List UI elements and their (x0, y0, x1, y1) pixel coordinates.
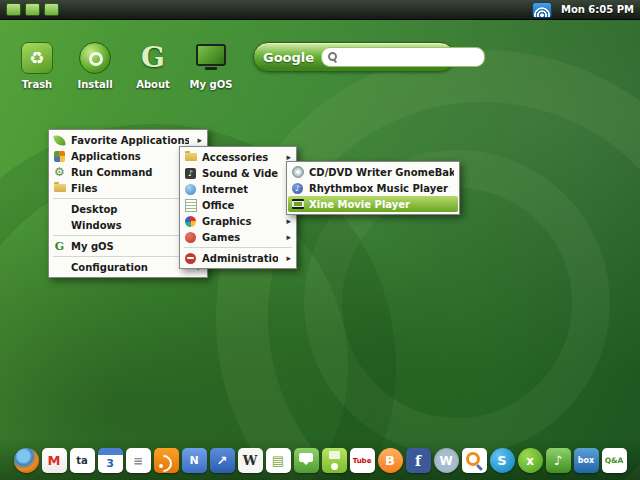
dock-icon-google-calendar[interactable]: 3 (98, 448, 123, 473)
speaker-icon (185, 168, 196, 179)
dock-icon-glyph: f (415, 453, 421, 469)
dock-icon-glyph: B (385, 453, 395, 468)
menu-item-label: Accessories (202, 152, 278, 163)
dock-icon-media-player[interactable] (322, 448, 347, 473)
game-icon (185, 232, 196, 243)
dock-icon-google-notebook[interactable]: ▤ (266, 448, 291, 473)
desktop-icon-mygos[interactable]: My gOS (182, 42, 240, 90)
search-icon (328, 52, 338, 62)
menu-item-label: Administration (202, 253, 278, 264)
menu-item-graphics[interactable]: Graphics (181, 213, 295, 229)
dock-icon-glyph: M (48, 453, 61, 468)
dock-icon-google-search[interactable] (462, 448, 487, 473)
wifi-network-icon[interactable] (532, 2, 552, 18)
menu-item-accessories[interactable]: Accessories (181, 149, 295, 165)
sound-video-submenu: CD/DVD Writer GnomeBaker Rhythmbox Music… (286, 161, 460, 215)
gear-icon (53, 166, 66, 179)
palette-icon (185, 216, 196, 227)
dock-icon-wordpress[interactable]: W (434, 448, 459, 473)
dock-icon-xine[interactable]: x (518, 448, 543, 473)
dock-icon-glyph: Q&A (605, 456, 624, 465)
dock-icon-google-news[interactable]: N (182, 448, 207, 473)
dock-icon-google-talk[interactable] (294, 448, 319, 473)
dock-icon-google-finance[interactable]: ↗ (210, 448, 235, 473)
menu-item-rhythmbox[interactable]: Rhythmbox Music Player (288, 180, 458, 196)
dock-icon-glyph: ≡ (133, 454, 143, 468)
workspace-button-1[interactable] (6, 3, 21, 16)
desktop-icon-row: Trash Install G About My gOS (8, 42, 240, 90)
menu-item-office[interactable]: Office (181, 197, 295, 213)
top-panel: Mon 6:05 PM (0, 0, 640, 20)
menu-item-label: Graphics (202, 216, 278, 227)
menu-item-label: Applications (71, 151, 189, 162)
icon-label: Trash (22, 79, 52, 90)
trash-icon (21, 42, 53, 74)
empty-icon-slot (53, 203, 66, 216)
menu-item-sound-video[interactable]: Sound & Video (181, 165, 295, 181)
document-icon (185, 199, 197, 212)
menu-separator (184, 247, 292, 248)
applications-submenu: Accessories Sound & Video Internet Offic… (179, 146, 297, 269)
dock-icon-rhythmbox[interactable]: ♪ (546, 448, 571, 473)
dock-icon-google-docs[interactable]: ≡ (126, 448, 151, 473)
dock-icon-glyph: ▤ (272, 453, 284, 468)
menu-item-label: Configuration (71, 262, 189, 273)
submenu-arrow-icon (283, 253, 291, 263)
dock-icon-facebook[interactable]: f (406, 448, 431, 473)
dock-icon-wikipedia[interactable]: W (238, 448, 263, 473)
menu-item-label: CD/DVD Writer GnomeBaker (309, 167, 454, 178)
dock-icon-box-net[interactable]: box (574, 448, 599, 473)
search-input[interactable] (342, 51, 478, 64)
submenu-arrow-icon (283, 216, 291, 226)
google-logo: Google (263, 50, 314, 65)
menu-item-label: Games (202, 232, 278, 243)
menu-item-internet[interactable]: Internet (181, 181, 295, 197)
dock-icon-rss-reader[interactable] (154, 448, 179, 473)
menu-item-label: Internet (202, 184, 278, 195)
dock-icon-glyph: ↗ (217, 453, 228, 468)
dock-icon-glyph: Tube (353, 457, 372, 465)
desktop: Mon 6:05 PM Trash Install G About My gOS… (0, 0, 640, 480)
dock-icon-youtube[interactable]: Tube (350, 448, 375, 473)
dock-icon-glyph: W (439, 454, 452, 468)
menu-item-label: Desktop (71, 204, 189, 215)
folder-icon (54, 184, 66, 192)
menu-item-games[interactable]: Games (181, 229, 295, 245)
workspace-button-2[interactable] (25, 3, 40, 16)
submenu-arrow-icon (194, 135, 202, 145)
dock-icon-meebo[interactable]: ta (70, 448, 95, 473)
gos-leaf-icon (53, 134, 65, 146)
menu-item-label: Xine Movie Player (309, 199, 454, 210)
workspace-button-3[interactable] (44, 3, 59, 16)
music-note-icon (292, 183, 303, 194)
dock-icon-firefox[interactable] (14, 448, 39, 473)
menu-item-label: Favorite Applications (71, 135, 189, 146)
dock-icon-gmail[interactable]: M (42, 448, 67, 473)
dock-icon-blogger[interactable]: B (378, 448, 403, 473)
dock-icon-glyph: 3 (106, 457, 114, 470)
clock[interactable]: Mon 6:05 PM (561, 4, 634, 15)
desktop-icon-about[interactable]: G About (124, 42, 182, 90)
menu-item-gnomebaker[interactable]: CD/DVD Writer GnomeBaker (288, 164, 458, 180)
gos-g-icon (53, 240, 66, 253)
dock-icon-glyph: ta (76, 455, 88, 466)
dock-icon-glyph: N (189, 454, 198, 467)
desktop-icon-trash[interactable]: Trash (8, 42, 66, 90)
applications-grid-icon (54, 151, 65, 162)
dock-icon-faqly-qa[interactable]: Q&A (602, 448, 627, 473)
dock-icon-skype[interactable]: S (490, 448, 515, 473)
search-box (321, 47, 485, 67)
monitor-icon (196, 43, 226, 73)
menu-item-administration[interactable]: Administration (181, 250, 295, 266)
menu-item-label: Sound & Video (202, 168, 278, 179)
dock-icon-glyph: W (243, 453, 258, 468)
desktop-icon-install[interactable]: Install (66, 42, 124, 90)
globe-icon (185, 184, 196, 195)
menu-item-label: Rhythmbox Music Player (309, 183, 454, 194)
dock-icon-glyph: x (526, 454, 534, 468)
empty-icon-slot (53, 219, 66, 232)
icon-label: Install (77, 79, 112, 90)
menu-item-xine-selected[interactable]: Xine Movie Player (288, 196, 458, 212)
menu-item-label: Office (202, 200, 278, 211)
dock-icon-glyph: S (497, 453, 506, 468)
